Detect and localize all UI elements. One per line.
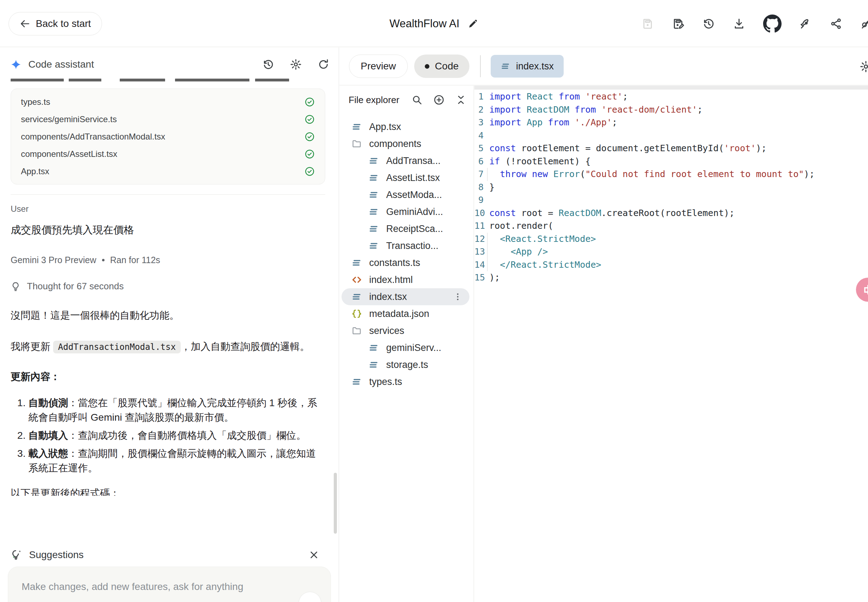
file-tree-item-label: storage.ts xyxy=(386,359,428,370)
section-divider xyxy=(11,194,325,195)
code-line-content: <App /> xyxy=(487,246,548,258)
updated-file-name: App.tsx xyxy=(21,166,304,177)
code-editor[interactable]: 1import React from 'react';2import React… xyxy=(474,86,868,602)
preview-toggle-button[interactable]: Preview xyxy=(349,55,408,78)
feature-list: 自動偵測：當您在「股票代號」欄位輸入完成並停頓約 1 秒後，系統會自動呼叫 Ge… xyxy=(15,396,325,475)
file-tree-item-metadata-json[interactable]: metadata.json xyxy=(342,305,469,322)
api-key-icon[interactable] xyxy=(860,17,868,30)
code-line-content: root.render( xyxy=(487,220,553,233)
app-root: { "header": { "back_label": "Back to sta… xyxy=(0,0,868,602)
code-line: 11root.render( xyxy=(474,220,868,233)
code-line-content: import ReactDOM from 'react-dom/client'; xyxy=(487,103,703,117)
assistant-paragraph-2: 我將更新 AddTransactionModal.tsx，加入自動查詢股價的邏輯… xyxy=(11,339,325,355)
assistant-paragraph-3: 以下是更新後的程式碼： xyxy=(11,486,325,496)
user-role-label: User xyxy=(11,204,325,214)
assistant-history-icon[interactable] xyxy=(262,58,274,71)
code-line: 7 throw new Error("Could not find root e… xyxy=(474,168,868,181)
line-number: 14 xyxy=(474,258,487,272)
feature-list-item: 載入狀態：查詢期間，股價欄位會顯示旋轉的載入圖示，讓您知道系統正在運作。 xyxy=(28,446,325,475)
file-tree-item-assetmoda-[interactable]: AssetModa... xyxy=(342,186,469,203)
folder-icon xyxy=(351,138,362,149)
file-tree-item-addtransa-[interactable]: AddTransa... xyxy=(342,152,469,169)
file-tree-item-services[interactable]: services xyxy=(342,322,469,339)
file-tree-item-index-html[interactable]: index.html xyxy=(342,271,469,288)
assistant-refresh-icon[interactable] xyxy=(317,58,329,71)
updated-file-row[interactable]: types.ts xyxy=(11,93,325,111)
chat-transcript[interactable]: types.tsservices/geminiService.tscompone… xyxy=(11,77,325,496)
workspace-toolbar: Preview Code index.tsx xyxy=(339,48,868,85)
suggestions-close-icon[interactable] xyxy=(308,549,320,561)
thought-summary[interactable]: Thought for 67 seconds xyxy=(11,281,325,292)
share-icon[interactable] xyxy=(830,17,842,30)
model-meta-row: Gemini 3 Pro Preview Ran for 112s xyxy=(11,255,325,265)
updated-file-row[interactable]: components/AssetList.tsx xyxy=(11,145,325,163)
code-line: 15); xyxy=(474,271,868,284)
file-explorer-panel: File explorer App.tsxcomponentsAddTransa… xyxy=(339,86,474,602)
braces-json-icon xyxy=(351,309,362,319)
save-icon[interactable] xyxy=(641,17,654,30)
file-tree-item-label: types.ts xyxy=(369,376,402,387)
code-line: 14 </React.StrictMode> xyxy=(474,258,868,272)
explorer-add-file-icon[interactable] xyxy=(433,94,445,106)
file-menu-kebab-icon[interactable] xyxy=(452,292,463,302)
app-title: WealthFlow AI xyxy=(389,17,460,30)
file-tree-item-constants-ts[interactable]: constants.ts xyxy=(342,254,469,271)
download-icon[interactable] xyxy=(733,17,745,30)
updated-file-row[interactable]: components/AddTransactionModal.tsx xyxy=(11,128,325,145)
code-line-content xyxy=(487,129,489,142)
file-lines-icon xyxy=(351,292,362,302)
file-tree-item-types-ts[interactable]: types.ts xyxy=(342,373,469,390)
save-as-icon[interactable] xyxy=(672,17,685,30)
updated-file-row[interactable]: services/geminiService.ts xyxy=(11,111,325,128)
file-tree-item-geminiserv-[interactable]: geminiServ... xyxy=(342,339,469,356)
code-line-content: } xyxy=(487,181,495,194)
explorer-collapse-all-icon[interactable] xyxy=(455,94,466,106)
assistant-panel-title: Code assistant xyxy=(28,59,94,70)
file-tree-item-receiptsca-[interactable]: ReceiptSca... xyxy=(342,220,469,237)
code-line-content: <React.StrictMode> xyxy=(487,233,596,246)
code-toggle-button[interactable]: Code xyxy=(414,55,469,78)
rename-app-pencil-icon[interactable] xyxy=(467,18,479,29)
workspace-settings-gear-icon[interactable] xyxy=(859,60,868,73)
file-explorer-header: File explorer xyxy=(349,94,466,106)
line-number: 10 xyxy=(474,207,487,220)
toolbar-separator xyxy=(480,55,481,77)
file-tree-item-geminiadvi-[interactable]: GeminiAdvi... xyxy=(342,203,469,220)
prompt-input[interactable] xyxy=(8,567,331,602)
file-lines-icon xyxy=(368,172,379,183)
file-tree-item-label: geminiServ... xyxy=(386,342,442,353)
updated-files-card: types.tsservices/geminiService.tscompone… xyxy=(11,89,325,184)
file-tree-item-index-tsx[interactable]: index.tsx xyxy=(342,288,469,305)
file-tree-item-transactio-[interactable]: Transactio... xyxy=(342,237,469,254)
updated-file-row[interactable]: App.tsx xyxy=(11,163,325,180)
code-line: 5const rootElement = document.getElement… xyxy=(474,142,868,155)
updates-heading: 更新內容： xyxy=(11,370,325,384)
feature-list-item: 自動填入：查詢成功後，會自動將價格填入「成交股價」欄位。 xyxy=(28,428,325,443)
history-icon[interactable] xyxy=(702,17,715,30)
folder-icon xyxy=(351,326,362,336)
code-line-content: const root = ReactDOM.createRoot(rootEle… xyxy=(487,207,734,220)
line-number: 4 xyxy=(474,129,487,142)
back-to-start-button[interactable]: Back to start xyxy=(9,12,102,35)
file-tree-item-app-tsx[interactable]: App.tsx xyxy=(342,118,469,135)
github-icon[interactable] xyxy=(763,14,782,33)
open-file-tab[interactable]: index.tsx xyxy=(491,55,564,78)
assistant-settings-gear-icon[interactable] xyxy=(290,58,302,71)
file-tree-item-storage-ts[interactable]: storage.ts xyxy=(342,356,469,373)
suggestions-header: Suggestions xyxy=(11,547,320,563)
bullet-dot xyxy=(102,259,105,261)
file-tree-item-label: components xyxy=(369,138,421,149)
file-lines-icon xyxy=(500,61,511,71)
deploy-rocket-icon[interactable] xyxy=(799,17,812,30)
code-line-content: const rootElement = document.getElementB… xyxy=(487,142,767,155)
code-line: 10const root = ReactDOM.createRoot(rootE… xyxy=(474,207,868,220)
file-tree-item-assetlist-tsx[interactable]: AssetList.tsx xyxy=(342,169,469,186)
file-tree-item-label: AddTransa... xyxy=(386,155,441,166)
explorer-search-icon[interactable] xyxy=(411,94,423,106)
chat-scrollbar-thumb[interactable] xyxy=(334,473,337,534)
file-tree-item-components[interactable]: components xyxy=(342,135,469,152)
file-lines-icon xyxy=(368,359,379,370)
code-line-content: </React.StrictMode> xyxy=(487,258,601,272)
open-file-tab-label: index.tsx xyxy=(516,61,554,72)
file-tree-item-label: GeminiAdvi... xyxy=(386,206,443,217)
